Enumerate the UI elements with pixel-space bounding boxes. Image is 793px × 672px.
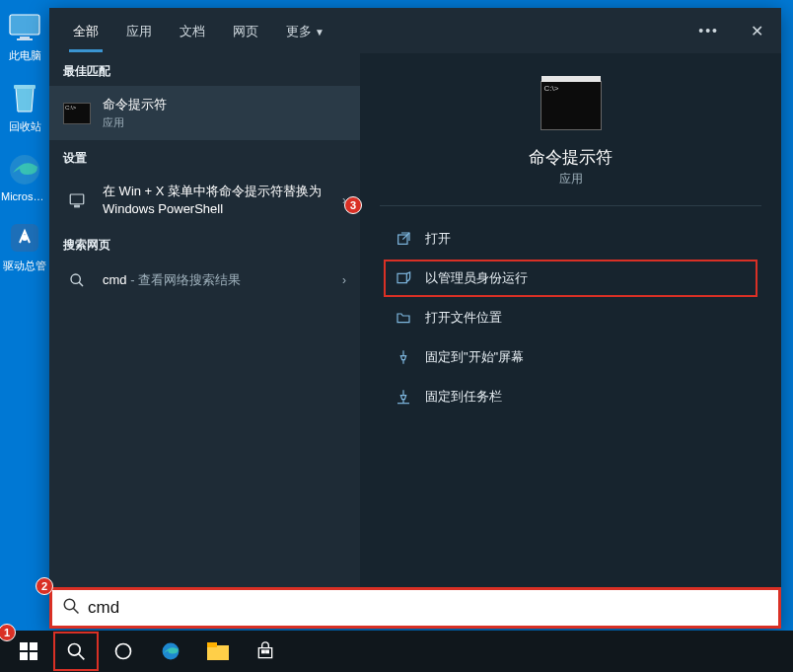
chevron-down-icon: ▼ (315, 27, 324, 37)
tab-documents[interactable]: 文档 (166, 9, 219, 52)
svg-point-6 (22, 235, 28, 241)
action-run-as-admin[interactable]: 以管理员身份运行 (384, 260, 757, 297)
recycle-bin-icon (7, 81, 42, 116)
svg-rect-17 (30, 642, 37, 650)
results-column: 最佳匹配 命令提示符 应用 设置 在 Win + X 菜单中将命令提示符替换为 … (49, 53, 360, 587)
preview-title: 命令提示符 (529, 146, 613, 169)
annotation-badge-1: 1 (0, 624, 16, 641)
search-input[interactable] (88, 598, 768, 618)
settings-icon (63, 189, 91, 211)
web-search-query: cmd (103, 272, 127, 287)
action-open-file-location[interactable]: 打开文件位置 (384, 299, 757, 336)
desktop-label: Microsoft Edge (1, 190, 48, 202)
open-icon (396, 231, 411, 247)
svg-point-20 (69, 644, 81, 656)
svg-rect-1 (20, 37, 30, 38)
svg-rect-24 (207, 645, 229, 660)
preview-header: 命令提示符 应用 (380, 53, 761, 206)
search-header: 全部 应用 文档 网页 更多▼ ••• ✕ (49, 8, 781, 53)
svg-rect-2 (17, 38, 33, 40)
driver-icon (7, 220, 42, 256)
desktop-label: 回收站 (9, 119, 41, 134)
svg-line-15 (73, 608, 78, 613)
more-options-button[interactable]: ••• (692, 17, 725, 44)
action-label: 固定到"开始"屏幕 (425, 348, 524, 366)
close-button[interactable]: ✕ (743, 16, 771, 46)
annotation-badge-2: 2 (36, 577, 53, 595)
svg-rect-16 (20, 642, 28, 650)
preview-subtitle: 应用 (559, 171, 583, 187)
search-icon (63, 269, 91, 291)
pin-taskbar-icon (396, 389, 411, 405)
svg-rect-25 (207, 642, 217, 647)
start-button[interactable]: 1 (6, 632, 51, 671)
svg-point-14 (64, 599, 75, 610)
taskbar: 1 (0, 631, 793, 672)
taskbar-store-button[interactable] (243, 632, 288, 671)
search-body: 最佳匹配 命令提示符 应用 设置 在 Win + X 菜单中将命令提示符替换为 … (49, 53, 781, 587)
svg-rect-8 (75, 205, 80, 207)
svg-rect-12 (397, 273, 406, 282)
tab-all[interactable]: 全部 (59, 9, 112, 52)
cmd-app-icon (63, 103, 91, 124)
best-match-label: 最佳匹配 (49, 53, 360, 86)
action-pin-to-start[interactable]: 固定到"开始"屏幕 (384, 338, 757, 376)
taskbar-search-button[interactable] (53, 632, 99, 671)
preview-actions: 3 打开 以管理员身份运行 打开文 (360, 206, 781, 429)
shield-icon (396, 270, 411, 286)
desktop: 此电脑 回收站 Microsoft Edge 驱动总管 (0, 0, 49, 291)
annotation-badge-3: 3 (344, 196, 362, 214)
preview-column: 命令提示符 应用 3 打开 以管理员身份运行 (360, 53, 781, 587)
result-title: 命令提示符 (103, 96, 346, 113)
result-title: 在 Win + X 菜单中将命令提示符替换为 Windows PowerShel… (103, 183, 330, 217)
pin-icon (396, 349, 411, 365)
chevron-right-icon: › (342, 273, 346, 287)
desktop-label: 此电脑 (9, 48, 41, 63)
settings-item[interactable]: 在 Win + X 菜单中将命令提示符替换为 Windows PowerShel… (49, 173, 360, 227)
web-search-label: 搜索网页 (49, 227, 360, 260)
svg-rect-0 (10, 15, 39, 35)
desktop-icon-driver[interactable]: 驱动总管 (0, 220, 49, 273)
action-label: 固定到任务栏 (425, 388, 502, 406)
taskbar-taskview-button[interactable] (101, 632, 146, 671)
web-search-item[interactable]: cmd - 查看网络搜索结果 › (49, 260, 360, 301)
tab-apps[interactable]: 应用 (112, 9, 166, 52)
search-tabs: 全部 应用 文档 网页 更多▼ (59, 9, 338, 52)
action-label: 以管理员身份运行 (425, 269, 528, 287)
folder-icon (396, 310, 411, 326)
svg-rect-19 (30, 652, 37, 660)
action-pin-to-taskbar[interactable]: 固定到任务栏 (384, 378, 757, 415)
svg-point-9 (71, 274, 80, 283)
search-input-row (49, 587, 781, 629)
settings-label: 设置 (49, 140, 360, 173)
svg-line-21 (79, 654, 85, 660)
tab-more-label: 更多 (286, 24, 312, 38)
svg-rect-26 (262, 650, 265, 653)
svg-rect-27 (266, 650, 269, 653)
svg-rect-18 (20, 652, 28, 660)
edge-icon (7, 152, 42, 187)
action-open[interactable]: 打开 (384, 220, 757, 258)
desktop-icon-recycle-bin[interactable]: 回收站 (0, 81, 49, 134)
taskbar-explorer-button[interactable] (195, 632, 241, 671)
desktop-label: 驱动总管 (3, 259, 46, 273)
tab-more[interactable]: 更多▼ (272, 9, 338, 52)
action-label: 打开文件位置 (425, 309, 502, 327)
best-match-item[interactable]: 命令提示符 应用 (49, 86, 360, 140)
search-icon (62, 597, 80, 619)
action-label: 打开 (425, 230, 451, 248)
svg-rect-3 (14, 85, 36, 89)
web-search-suffix: - 查看网络搜索结果 (127, 272, 242, 287)
desktop-icon-edge[interactable]: Microsoft Edge (0, 152, 49, 202)
this-pc-icon (7, 10, 42, 45)
svg-rect-7 (70, 194, 84, 204)
desktop-icon-this-pc[interactable]: 此电脑 (0, 10, 49, 63)
cmd-preview-icon (541, 81, 602, 130)
tab-web[interactable]: 网页 (219, 9, 272, 52)
svg-line-10 (79, 282, 83, 286)
svg-point-22 (116, 644, 131, 659)
search-panel: 全部 应用 文档 网页 更多▼ ••• ✕ 最佳匹配 命令提示符 应用 设置 (49, 8, 781, 629)
taskbar-edge-button[interactable] (148, 632, 193, 671)
result-subtitle: 应用 (103, 115, 346, 130)
